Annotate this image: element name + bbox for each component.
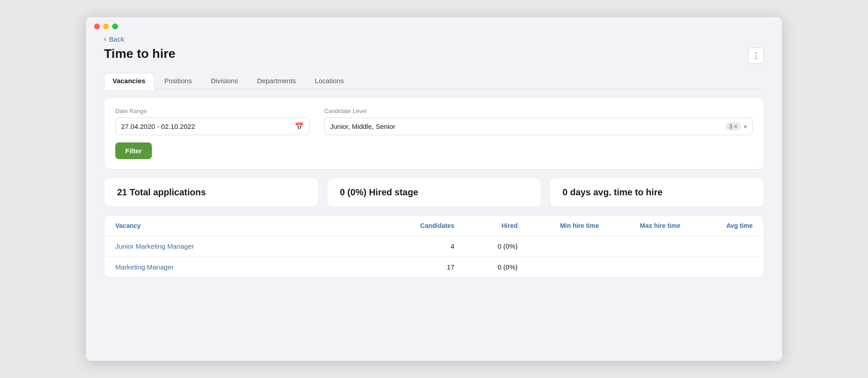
candidate-level-field: Candidate Level Junior, Middle, Senior 3… bbox=[324, 108, 753, 135]
stat-total-applications-value: 21 Total applications bbox=[117, 187, 206, 197]
tab-locations[interactable]: Locations bbox=[306, 73, 352, 90]
tabs-bar: Vacancies Positions Divisions Department… bbox=[104, 72, 764, 89]
table-header: Vacancy Candidates Hired Min hire time M… bbox=[104, 216, 764, 236]
stat-avg-time-value: 0 days avg. time to hire bbox=[562, 187, 662, 197]
page-title: Time to hire bbox=[104, 47, 175, 61]
more-icon: ⋮ bbox=[752, 51, 760, 61]
stat-avg-time: 0 days avg. time to hire bbox=[549, 178, 764, 207]
back-label: Back bbox=[109, 35, 124, 43]
filter-button[interactable]: Filter bbox=[115, 142, 152, 159]
stat-hired-stage: 0 (0%) Hired stage bbox=[327, 178, 542, 207]
table-row: Marketing Manager 17 0 (0%) bbox=[104, 257, 764, 277]
candidate-level-count: 3 × bbox=[726, 122, 741, 131]
back-arrow-icon: ‹ bbox=[104, 35, 106, 43]
date-range-value: 27.04.2020 - 02.10.2022 bbox=[121, 123, 295, 130]
hired-2: 0 (0%) bbox=[454, 263, 518, 271]
titlebar bbox=[86, 17, 782, 33]
stat-hired-stage-value: 0 (0%) Hired stage bbox=[340, 187, 418, 197]
candidate-level-select[interactable]: Junior, Middle, Senior 3 × ▾ bbox=[324, 118, 753, 135]
main-window: ‹ Back Time to hire ⋮ Vacancies Position… bbox=[86, 17, 782, 361]
candidate-level-value: Junior, Middle, Senior bbox=[330, 123, 726, 130]
date-range-label: Date Range bbox=[115, 108, 310, 114]
vacancy-name-1[interactable]: Junior Marketing Manager bbox=[115, 242, 382, 250]
filter-row: Date Range 27.04.2020 - 02.10.2022 📅 Can… bbox=[115, 108, 753, 135]
minimize-button[interactable] bbox=[103, 24, 109, 29]
date-range-field: Date Range 27.04.2020 - 02.10.2022 📅 bbox=[115, 108, 310, 135]
tab-vacancies[interactable]: Vacancies bbox=[104, 73, 154, 90]
col-header-hired: Hired bbox=[454, 222, 518, 229]
calendar-icon: 📅 bbox=[295, 122, 304, 131]
close-button[interactable] bbox=[94, 24, 100, 29]
data-table-card: Vacancy Candidates Hired Min hire time M… bbox=[104, 215, 764, 278]
page-header: Time to hire ⋮ bbox=[104, 47, 764, 64]
col-header-vacancy: Vacancy bbox=[115, 222, 382, 229]
tab-departments[interactable]: Departments bbox=[248, 73, 304, 90]
hired-1: 0 (0%) bbox=[454, 242, 518, 250]
back-link[interactable]: ‹ Back bbox=[104, 35, 124, 43]
date-range-input[interactable]: 27.04.2020 - 02.10.2022 📅 bbox=[115, 118, 310, 135]
traffic-lights bbox=[94, 24, 118, 29]
filter-card: Date Range 27.04.2020 - 02.10.2022 📅 Can… bbox=[104, 97, 764, 170]
stats-row: 21 Total applications 0 (0%) Hired stage… bbox=[104, 178, 764, 207]
col-header-candidates: Candidates bbox=[382, 222, 454, 229]
col-header-min-hire-time: Min hire time bbox=[518, 222, 599, 229]
vacancy-name-2[interactable]: Marketing Manager bbox=[115, 263, 382, 271]
maximize-button[interactable] bbox=[112, 24, 118, 29]
tab-divisions[interactable]: Divisions bbox=[202, 73, 246, 90]
table-row: Junior Marketing Manager 4 0 (0%) bbox=[104, 236, 764, 257]
tab-positions[interactable]: Positions bbox=[156, 73, 201, 90]
stat-total-applications: 21 Total applications bbox=[104, 178, 319, 207]
chevron-down-icon: ▾ bbox=[744, 123, 747, 130]
col-header-avg-time: Avg time bbox=[680, 222, 753, 229]
col-header-max-hire-time: Max hire time bbox=[599, 222, 680, 229]
more-options-button[interactable]: ⋮ bbox=[748, 47, 764, 64]
candidates-2: 17 bbox=[382, 263, 454, 271]
candidates-1: 4 bbox=[382, 242, 454, 250]
page-content: ‹ Back Time to hire ⋮ Vacancies Position… bbox=[86, 35, 782, 296]
candidate-level-label: Candidate Level bbox=[324, 108, 753, 114]
